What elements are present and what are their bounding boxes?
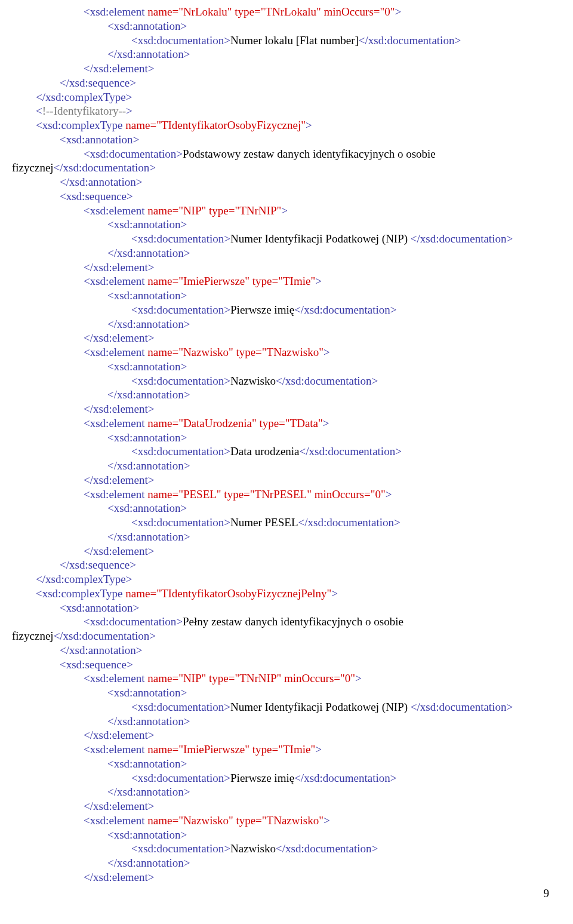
code-line: </xsd:annotation> [12, 388, 561, 402]
code-span-tag: <xsd:documentation> [131, 516, 230, 529]
code-span-tag: <xsd:annotation> [107, 686, 187, 699]
code-line: <xsd:annotation> [12, 217, 561, 232]
code-line: <xsd:documentation>Numer PESEL</xsd:docu… [12, 515, 561, 530]
code-line: <xsd:annotation> [12, 431, 561, 445]
code-line: </xsd:annotation> [12, 47, 561, 62]
code-line: <xsd:annotation> [12, 757, 561, 771]
code-line: fizycznej</xsd:documentation> [12, 161, 561, 175]
code-line: fizycznej</xsd:documentation> [12, 629, 561, 643]
code-span-tag: <xsd:sequence> [60, 190, 133, 202]
code-span-tag: <xsd:documentation> [84, 615, 183, 628]
code-span-text: Numer PESEL [230, 516, 298, 529]
code-span-text: Numer Identyfikacji Podatkowej (NIP) [230, 232, 411, 245]
code-span-tag: </xsd:complexType> [36, 91, 133, 103]
code-span-tag: </xsd:documentation> [294, 303, 396, 316]
code-line: </xsd:element> [12, 870, 561, 885]
code-line: <!--Identyfikatory--> [12, 104, 561, 118]
code-span-tag: <xsd:annotation> [107, 218, 187, 231]
code-span-attr: name="TIdentyfikatorOsobyFizycznej" [125, 119, 306, 131]
code-span-attr: name="Nazwisko" type="TNazwisko" [147, 814, 324, 827]
code-span-tag: </xsd:element> [84, 62, 155, 75]
code-span-tag: <xsd:element [84, 417, 147, 429]
code-span-tag: <xsd:documentation> [131, 701, 230, 713]
code-span-tag: </xsd:documentation> [411, 701, 513, 713]
code-span-tag: </xsd:documentation> [298, 516, 401, 529]
code-line: </xsd:annotation> [12, 317, 561, 331]
code-span-tag: > [386, 488, 392, 501]
code-line: <xsd:annotation> [12, 686, 561, 700]
code-span-tag: <xsd:annotation> [107, 360, 187, 373]
code-span-tag: </xsd:annotation> [60, 644, 143, 656]
code-span-tag: </xsd:documentation> [411, 232, 513, 245]
code-line: <xsd:documentation>Data urodzenia</xsd:d… [12, 444, 561, 459]
code-line: </xsd:element> [12, 260, 561, 275]
code-span-tag: <xsd:documentation> [131, 34, 230, 47]
code-span-tag: > [126, 105, 133, 117]
code-span-tag: </xsd:annotation> [107, 715, 190, 727]
code-span-tag: <xsd:annotation> [107, 20, 187, 32]
code-span-text: Numer Identyfikacji Podatkowej (NIP) [230, 701, 411, 713]
code-span-comm: !--Identyfikatory-- [42, 105, 126, 117]
code-span-tag: </xsd:annotation> [107, 318, 190, 330]
code-line: <xsd:annotation> [12, 288, 561, 303]
xsd-code-block: <xsd:element name="NrLokalu" type="TNrLo… [12, 5, 561, 885]
code-span-tag: </xsd:annotation> [107, 388, 190, 401]
code-span-tag: <xsd:documentation> [131, 842, 230, 855]
code-line: <xsd:element name="ImiePierwsze" type="T… [12, 742, 561, 757]
code-line: <xsd:sequence> [12, 189, 561, 204]
code-span-attr: name="Nazwisko" type="TNazwisko" [147, 346, 324, 358]
code-span-tag: </xsd:annotation> [107, 857, 190, 869]
code-span-tag: </xsd:element> [84, 800, 155, 812]
code-line: </xsd:element> [12, 331, 561, 345]
code-span-tag: <xsd:documentation> [131, 374, 230, 387]
code-span-tag: <xsd:element [84, 488, 147, 501]
code-span-tag: </xsd:annotation> [107, 785, 190, 798]
code-span-tag: <xsd:annotation> [107, 828, 187, 841]
code-span-tag: <xsd:complexType [36, 587, 125, 600]
code-line: </xsd:annotation> [12, 459, 561, 473]
code-line: <xsd:element name="Nazwisko" type="TNazw… [12, 814, 561, 828]
code-span-text: Pierwsze imię [230, 772, 294, 784]
code-line: </xsd:annotation> [12, 643, 561, 658]
code-line: <xsd:annotation> [12, 19, 561, 33]
code-line: <xsd:element name="Nazwisko" type="TNazw… [12, 345, 561, 360]
code-span-tag: <xsd:documentation> [131, 772, 230, 784]
code-span-tag: <xsd:element [84, 275, 147, 287]
code-line: <xsd:element name="ImiePierwsze" type="T… [12, 274, 561, 288]
code-span-tag: </xsd:annotation> [107, 530, 190, 543]
code-span-tag: </xsd:complexType> [36, 573, 133, 585]
code-line: </xsd:sequence> [12, 76, 561, 90]
code-span-tag: <xsd:complexType [36, 119, 125, 131]
code-span-tag: > [281, 204, 288, 217]
code-span-text: fizycznej [12, 161, 54, 174]
code-span-tag: > [395, 5, 402, 18]
code-span-tag: </xsd:element> [84, 261, 155, 274]
code-span-tag: <xsd:element [84, 204, 147, 217]
code-span-tag: </xsd:documentation> [300, 445, 402, 458]
code-line: <xsd:documentation>Pełny zestaw danych i… [12, 615, 561, 629]
code-span-attr: name="NIP" type="TNrNIP" [147, 204, 281, 217]
code-span-tag: <xsd:annotation> [107, 289, 187, 302]
code-span-tag: </xsd:element> [84, 871, 155, 883]
code-span-tag: </xsd:documentation> [276, 374, 378, 387]
code-line: <xsd:element name="NIP" type="TNrNIP"> [12, 204, 561, 218]
code-span-text: Numer lokalu [Flat number] [230, 34, 359, 47]
code-span-tag: > [324, 814, 330, 827]
code-line: <xsd:documentation>Nazwisko</xsd:documen… [12, 374, 561, 388]
code-span-tag: </xsd:sequence> [60, 558, 136, 571]
code-span-tag: > [306, 119, 312, 131]
code-span-tag: </xsd:element> [84, 331, 155, 344]
code-span-tag: </xsd:element> [84, 474, 155, 486]
page-number: 9 [544, 886, 550, 901]
code-span-attr: name="TIdentyfikatorOsobyFizycznejPelny" [125, 587, 331, 600]
code-span-attr: name="ImiePierwsze" type="TImie" [147, 743, 315, 756]
code-span-tag: > [323, 417, 329, 429]
code-span-tag: > [315, 743, 322, 756]
code-span-tag: </xsd:element> [84, 545, 155, 557]
code-span-text: Pełny zestaw danych identyfikacyjnych o … [183, 615, 403, 628]
code-span-attr: name="NIP" type="TNrNIP" minOccurs="0" [147, 672, 355, 684]
code-line: <xsd:annotation> [12, 601, 561, 615]
code-span-tag: </xsd:element> [84, 403, 155, 415]
code-span-tag: <xsd:annotation> [60, 133, 139, 146]
code-span-tag: < [36, 105, 42, 117]
